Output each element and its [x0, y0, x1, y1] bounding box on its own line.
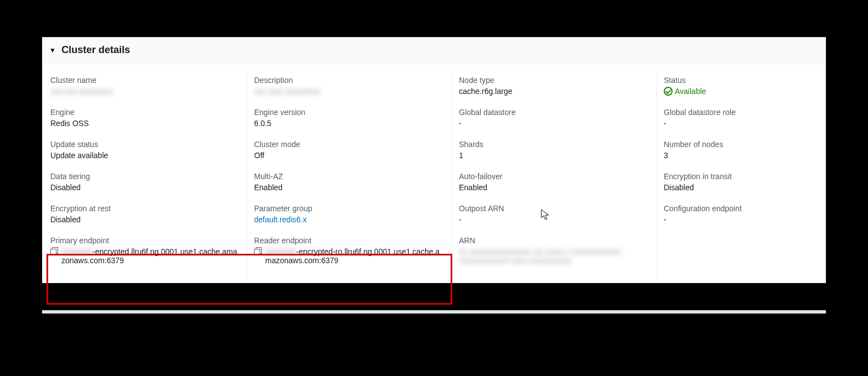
parameter-group-label: Parameter group	[254, 204, 445, 213]
global-datastore-role-field: Global datastore role -	[664, 108, 815, 128]
node-type-field: Node type cache.r6g.large	[459, 76, 650, 96]
global-datastore-role-label: Global datastore role	[664, 108, 815, 117]
description-label: Description	[254, 76, 445, 85]
configuration-endpoint-value: -	[664, 215, 815, 224]
number-of-nodes-label: Number of nodes	[664, 140, 815, 149]
number-of-nodes-value: 3	[664, 151, 815, 160]
check-circle-icon	[664, 87, 673, 96]
update-status-value: Update available	[50, 151, 240, 160]
engine-version-value: 6.0.5	[254, 119, 445, 128]
status-label: Status	[664, 76, 815, 85]
description-value: xxx xxxx xxxxxxxxx	[254, 87, 445, 96]
panel-body: Cluster name xxx-xxx-xxxxxxxxx Engine Re…	[43, 65, 825, 283]
encryption-in-transit-value: Disabled	[664, 183, 815, 192]
status-value: Available	[664, 87, 815, 96]
primary-endpoint-value: xxxxxxxx-encrypted.llru6f.ng.0001.use1.c…	[50, 247, 240, 265]
data-tiering-label: Data tiering	[50, 172, 240, 181]
number-of-nodes-field: Number of nodes 3	[664, 140, 815, 160]
copy-icon[interactable]	[254, 247, 262, 255]
outpost-arn-value: -	[459, 215, 650, 224]
encryption-at-rest-label: Encryption at rest	[50, 204, 240, 213]
arn-value: xx xxxxxxxxxxxxxxxx xxx xxxx-x xxxxxxxxx…	[459, 247, 650, 265]
engine-version-label: Engine version	[254, 108, 445, 117]
data-tiering-value: Disabled	[50, 183, 240, 192]
auto-failover-value: Enabled	[459, 183, 650, 192]
global-datastore-label: Global datastore	[459, 108, 650, 117]
cluster-name-value: xxx-xxx-xxxxxxxxx	[50, 87, 240, 96]
engine-field: Engine Redis OSS	[50, 108, 240, 128]
cluster-name-field: Cluster name xxx-xxx-xxxxxxxxx	[50, 76, 240, 96]
update-status-label: Update status	[50, 140, 240, 149]
column-3: Node type cache.r6g.large Global datasto…	[452, 76, 657, 277]
engine-value: Redis OSS	[50, 119, 240, 128]
node-type-value: cache.r6g.large	[459, 87, 650, 96]
collapse-icon: ▼	[49, 46, 56, 54]
shards-label: Shards	[459, 140, 650, 149]
global-datastore-value: -	[459, 119, 650, 128]
primary-endpoint-field: Primary endpoint xxxxxxxx-encrypted.llru…	[50, 236, 240, 265]
cluster-name-label: Cluster name	[50, 76, 240, 85]
arn-field: ARN xx xxxxxxxxxxxxxxxx xxx xxxx-x xxxxx…	[459, 236, 650, 265]
global-datastore-field: Global datastore -	[459, 108, 650, 128]
description-field: Description xxx xxxx xxxxxxxxx	[254, 76, 445, 96]
global-datastore-role-value: -	[664, 119, 815, 128]
parameter-group-link[interactable]: default.redis6.x	[254, 215, 307, 224]
multi-az-label: Multi-AZ	[254, 172, 445, 181]
data-tiering-field: Data tiering Disabled	[50, 172, 240, 192]
panel-title: Cluster details	[61, 44, 130, 56]
engine-label: Engine	[50, 108, 240, 117]
auto-failover-label: Auto-failover	[459, 172, 650, 181]
arn-label: ARN	[459, 236, 650, 245]
encryption-in-transit-label: Encryption in transit	[664, 172, 815, 181]
reader-endpoint-label: Reader endpoint	[254, 236, 445, 245]
auto-failover-field: Auto-failover Enabled	[459, 172, 650, 192]
encryption-in-transit-field: Encryption in transit Disabled	[664, 172, 815, 192]
shards-field: Shards 1	[459, 140, 650, 160]
column-4: Status Available Global datastore role -…	[657, 76, 823, 277]
footer-bar	[42, 310, 826, 314]
cluster-mode-value: Off	[254, 151, 445, 160]
cluster-mode-field: Cluster mode Off	[254, 140, 445, 160]
shards-value: 1	[459, 151, 650, 160]
panel-header[interactable]: ▼ Cluster details	[43, 38, 825, 65]
configuration-endpoint-label: Configuration endpoint	[664, 204, 815, 213]
reader-endpoint-value: xxxxxxxx-encrypted-ro.llru6f.ng.0001.use…	[254, 247, 445, 265]
copy-icon[interactable]	[50, 247, 58, 255]
cluster-mode-label: Cluster mode	[254, 140, 445, 149]
primary-endpoint-label: Primary endpoint	[50, 236, 240, 245]
cluster-details-panel: ▼ Cluster details Cluster name xxx-xxx-x…	[42, 37, 826, 283]
parameter-group-field: Parameter group default.redis6.x	[254, 204, 445, 224]
node-type-label: Node type	[459, 76, 650, 85]
configuration-endpoint-field: Configuration endpoint -	[664, 204, 815, 224]
reader-endpoint-field: Reader endpoint xxxxxxxx-encrypted-ro.ll…	[254, 236, 445, 265]
column-1: Cluster name xxx-xxx-xxxxxxxxx Engine Re…	[43, 76, 247, 277]
column-2: Description xxx xxxx xxxxxxxxx Engine ve…	[247, 76, 452, 277]
outpost-arn-field: Outpost ARN -	[459, 204, 650, 224]
outpost-arn-label: Outpost ARN	[459, 204, 650, 213]
engine-version-field: Engine version 6.0.5	[254, 108, 445, 128]
encryption-at-rest-field: Encryption at rest Disabled	[50, 204, 240, 224]
multi-az-value: Enabled	[254, 183, 445, 192]
update-status-field: Update status Update available	[50, 140, 240, 160]
multi-az-field: Multi-AZ Enabled	[254, 172, 445, 192]
status-field: Status Available	[664, 76, 815, 96]
parameter-group-value: default.redis6.x	[254, 215, 445, 224]
encryption-at-rest-value: Disabled	[50, 215, 240, 224]
